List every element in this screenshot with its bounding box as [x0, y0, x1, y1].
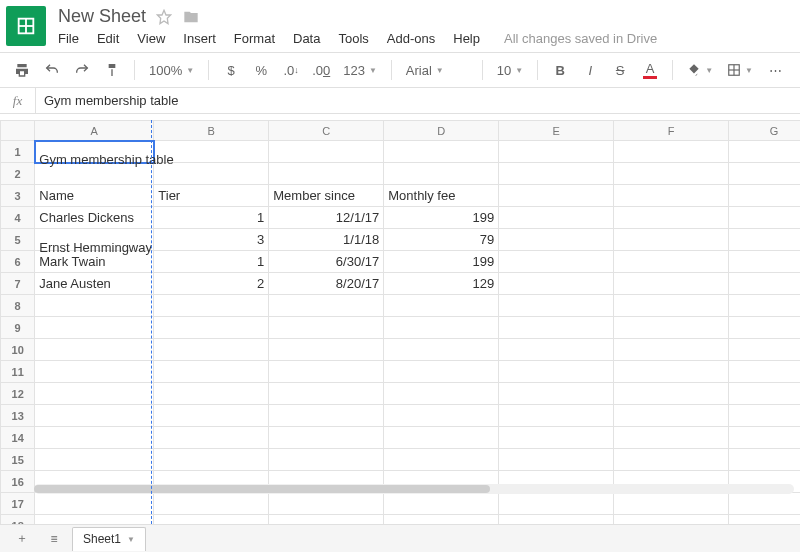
cell[interactable]: [499, 317, 614, 339]
cell-A1[interactable]: Gym membership table: [35, 141, 154, 163]
cell[interactable]: [35, 339, 154, 361]
cell[interactable]: [154, 427, 269, 449]
cell[interactable]: [729, 383, 800, 405]
currency-button[interactable]: $: [219, 58, 243, 82]
cell[interactable]: [384, 493, 499, 515]
cell[interactable]: [729, 449, 800, 471]
cell[interactable]: [269, 449, 384, 471]
cell[interactable]: [614, 383, 729, 405]
col-header-F[interactable]: F: [614, 121, 729, 141]
cell-G2[interactable]: [729, 163, 800, 185]
cell[interactable]: [35, 361, 154, 383]
cell-E1[interactable]: [499, 141, 614, 163]
cell[interactable]: [614, 361, 729, 383]
cell[interactable]: [154, 515, 269, 525]
cell-G5[interactable]: [729, 229, 800, 251]
cell-G7[interactable]: [729, 273, 800, 295]
cell[interactable]: [35, 449, 154, 471]
more-formats-dropdown[interactable]: 123▼: [339, 58, 381, 82]
cell-B3[interactable]: Tier: [154, 185, 269, 207]
cell[interactable]: [499, 449, 614, 471]
cell[interactable]: [384, 361, 499, 383]
cell-C4[interactable]: 12/1/17: [269, 207, 384, 229]
increase-decimal-button[interactable]: .00: [309, 58, 333, 82]
cell[interactable]: [499, 295, 614, 317]
cell[interactable]: [499, 405, 614, 427]
cell-D1[interactable]: [384, 141, 499, 163]
menu-file[interactable]: File: [58, 31, 79, 46]
col-header-C[interactable]: C: [269, 121, 384, 141]
fill-color-button[interactable]: ▼: [683, 58, 717, 82]
cell-G4[interactable]: [729, 207, 800, 229]
row-header[interactable]: 12: [1, 383, 35, 405]
cell-E5[interactable]: [499, 229, 614, 251]
menu-format[interactable]: Format: [234, 31, 275, 46]
cell-B1[interactable]: [154, 141, 269, 163]
cell[interactable]: [614, 493, 729, 515]
row-header[interactable]: 1: [1, 141, 35, 163]
bold-button[interactable]: B: [548, 58, 572, 82]
strikethrough-button[interactable]: S: [608, 58, 632, 82]
cell[interactable]: [384, 427, 499, 449]
row-header[interactable]: 5: [1, 229, 35, 251]
cell-F7[interactable]: [614, 273, 729, 295]
cell[interactable]: [614, 515, 729, 525]
column-resize-guide[interactable]: [151, 120, 152, 524]
row-header[interactable]: 13: [1, 405, 35, 427]
percent-button[interactable]: %: [249, 58, 273, 82]
cell[interactable]: [154, 361, 269, 383]
cell[interactable]: [35, 427, 154, 449]
cell-B5[interactable]: 3: [154, 229, 269, 251]
cell-B2[interactable]: [154, 163, 269, 185]
cell[interactable]: [154, 339, 269, 361]
row-header[interactable]: 14: [1, 427, 35, 449]
cell[interactable]: [384, 515, 499, 525]
italic-button[interactable]: I: [578, 58, 602, 82]
cell-D2[interactable]: [384, 163, 499, 185]
cell[interactable]: [614, 339, 729, 361]
horizontal-scrollbar[interactable]: [34, 484, 794, 494]
cell-G6[interactable]: [729, 251, 800, 273]
menu-tools[interactable]: Tools: [338, 31, 368, 46]
cell[interactable]: [35, 317, 154, 339]
cell[interactable]: [269, 427, 384, 449]
cell-B6[interactable]: 1: [154, 251, 269, 273]
row-header[interactable]: 16: [1, 471, 35, 493]
row-header[interactable]: 10: [1, 339, 35, 361]
cell-A4[interactable]: Charles Dickens: [35, 207, 154, 229]
cell[interactable]: [499, 427, 614, 449]
cell-D4[interactable]: 199: [384, 207, 499, 229]
cell[interactable]: [154, 449, 269, 471]
cell[interactable]: [154, 317, 269, 339]
cell[interactable]: [269, 383, 384, 405]
row-header[interactable]: 18: [1, 515, 35, 525]
cell[interactable]: [614, 427, 729, 449]
redo-button[interactable]: [70, 58, 94, 82]
cell[interactable]: [154, 383, 269, 405]
cell[interactable]: [384, 317, 499, 339]
cell[interactable]: [269, 361, 384, 383]
cell-E7[interactable]: [499, 273, 614, 295]
cell-E6[interactable]: [499, 251, 614, 273]
cell-F1[interactable]: [614, 141, 729, 163]
font-family-dropdown[interactable]: Arial▼: [402, 58, 472, 82]
cell[interactable]: [269, 493, 384, 515]
cell-D7[interactable]: 129: [384, 273, 499, 295]
cell[interactable]: [384, 405, 499, 427]
menu-view[interactable]: View: [137, 31, 165, 46]
cell-C3[interactable]: Member since: [269, 185, 384, 207]
cell-A2[interactable]: [35, 163, 154, 185]
all-sheets-button[interactable]: ≡: [40, 528, 68, 550]
cell-D3[interactable]: Monthly fee: [384, 185, 499, 207]
cell[interactable]: [154, 493, 269, 515]
row-header[interactable]: 9: [1, 317, 35, 339]
col-header-A[interactable]: A: [35, 121, 154, 141]
cell-F5[interactable]: [614, 229, 729, 251]
borders-button[interactable]: ▼: [723, 58, 757, 82]
cell-F4[interactable]: [614, 207, 729, 229]
cell-G3[interactable]: [729, 185, 800, 207]
cell-A6[interactable]: Mark Twain: [35, 251, 154, 273]
cell[interactable]: [499, 493, 614, 515]
cell[interactable]: [729, 317, 800, 339]
cell-C7[interactable]: 8/20/17: [269, 273, 384, 295]
